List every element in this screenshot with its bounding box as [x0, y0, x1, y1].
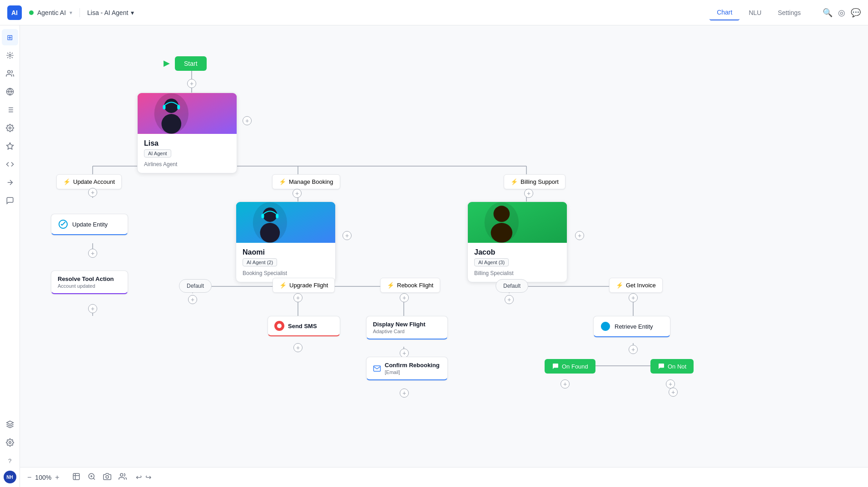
svg-point-59 — [493, 206, 510, 222]
plus-btn-manage-booking[interactable]: + — [293, 189, 302, 198]
default2-label[interactable]: Default — [496, 279, 528, 293]
flow-canvas[interactable]: ▶ Start + — [20, 25, 868, 487]
lightning-icon-rebook: ⚡ — [387, 282, 394, 289]
plus-btn-upgrade-flight[interactable]: + — [293, 293, 303, 302]
help-button[interactable]: ? — [2, 453, 18, 469]
zoom-out-button[interactable]: − — [27, 473, 31, 482]
topbar-divider — [79, 8, 80, 17]
default1-label[interactable]: Default — [179, 279, 212, 293]
sidebar-item-list[interactable] — [2, 102, 18, 118]
jacob-name: Jacob — [474, 248, 560, 256]
jacob-desc: Billing Specialist — [474, 270, 560, 276]
zoom-to-selection-button[interactable] — [88, 472, 96, 482]
upgrade-flight-node[interactable]: ⚡ Upgrade Flight — [273, 278, 335, 293]
plus-btn-update-account[interactable]: + — [88, 188, 97, 197]
voice-button[interactable] — [119, 472, 127, 482]
jacob-agent-card[interactable]: Jacob AI Agent (3) Billing Specialist — [467, 202, 567, 282]
confirm-rebooking-node[interactable]: Confirm Rebooking [Email] — [366, 357, 448, 380]
plus-btn-lisa-right[interactable]: + — [243, 116, 252, 125]
svg-point-0 — [9, 54, 11, 57]
billing-support-node[interactable]: ⚡ Billing Support — [504, 174, 565, 189]
plus-btn-display-new-flight[interactable]: + — [400, 349, 409, 358]
plus-btn-naomi-right[interactable]: + — [342, 231, 352, 240]
nav-chart[interactable]: Chart — [709, 5, 739, 20]
update-account-node[interactable]: ⚡ Update Account — [56, 174, 122, 189]
plus-btn-send-sms[interactable]: + — [293, 343, 303, 352]
sidebar-item-globe[interactable] — [2, 84, 18, 100]
update-entity-node[interactable]: Update Entity — [51, 214, 128, 235]
plus-btn-on-not[interactable]: + — [666, 379, 675, 389]
plus-btn-bottom-1[interactable]: + — [669, 388, 678, 397]
nav-nlu[interactable]: NLU — [741, 5, 769, 20]
bottom-tools — [72, 472, 127, 482]
svg-rect-50 — [177, 105, 180, 109]
lightning-icon-invoice: ⚡ — [616, 282, 623, 289]
svg-point-10 — [9, 127, 11, 129]
lightning-icon-upgrade: ⚡ — [279, 282, 287, 289]
sidebar-item-people[interactable] — [2, 65, 18, 82]
svg-point-47 — [164, 98, 179, 113]
search-icon[interactable]: 🔍 — [823, 8, 833, 18]
plus-btn-jacob-right[interactable]: + — [575, 231, 584, 240]
chat-bubble-icon[interactable]: 💬 — [851, 8, 861, 18]
svg-line-65 — [93, 478, 94, 479]
plus-btn-default1[interactable]: + — [188, 295, 197, 304]
on-found-node[interactable]: On Found — [545, 359, 595, 374]
redo-button[interactable]: ↪ — [145, 473, 151, 482]
plus-btn-resolve-tool-action[interactable]: + — [88, 304, 97, 313]
display-new-flight-label: Display New Flight — [373, 321, 441, 328]
sidebar-item-layers[interactable] — [2, 416, 18, 433]
sidebar-item-chat[interactable] — [2, 192, 18, 209]
default1-node[interactable]: Default — [179, 279, 212, 293]
svg-point-54 — [260, 223, 280, 243]
plus-btn-on-found[interactable]: + — [560, 379, 570, 389]
default2-node[interactable]: Default — [496, 279, 528, 293]
sidebar-item-settings[interactable] — [2, 120, 18, 136]
sidebar-bottom: ? NH — [2, 416, 18, 483]
plus-btn-default2[interactable]: + — [505, 295, 514, 304]
lightning-icon-manage: ⚡ — [279, 178, 286, 185]
zoom-controls: − 100% + — [27, 473, 60, 482]
rebook-flight-node[interactable]: ⚡ Rebook Flight — [380, 278, 440, 293]
agent-selector[interactable]: Lisa - AI Agent ▾ — [87, 9, 134, 16]
plus-btn-update-entity[interactable]: + — [88, 249, 97, 258]
plus-btn-start[interactable]: + — [187, 79, 196, 88]
brand-selector[interactable]: Agentic AI ▾ — [29, 9, 72, 16]
retrieve-entity-node[interactable]: Retrieve Entity — [593, 316, 670, 337]
send-sms-node[interactable]: Send SMS — [268, 316, 340, 336]
user-avatar[interactable]: NH — [4, 471, 16, 483]
sidebar-item-export[interactable] — [2, 174, 18, 191]
sidebar-item-code[interactable] — [2, 156, 18, 172]
toggle-icon[interactable]: ◎ — [838, 8, 845, 18]
topbar-nav: Chart NLU Settings — [709, 5, 808, 20]
plus-btn-billing-support[interactable]: + — [524, 189, 533, 198]
sidebar-item-grid[interactable]: ⊞ — [2, 29, 18, 45]
nav-settings[interactable]: Settings — [770, 5, 808, 20]
sidebar-item-flow[interactable] — [2, 47, 18, 64]
app-logo: AI — [7, 5, 22, 20]
screenshot-button[interactable] — [103, 472, 111, 482]
fit-view-button[interactable] — [72, 472, 80, 482]
brand-chevron-icon: ▾ — [69, 10, 72, 16]
topbar-actions: 🔍 ◎ 💬 — [823, 8, 861, 18]
on-not-node[interactable]: On Not — [650, 359, 694, 374]
resolve-tool-action-node[interactable]: Resolve Tool Action Account updated — [51, 271, 128, 294]
start-button[interactable]: Start — [175, 56, 207, 71]
zoom-in-button[interactable]: + — [55, 473, 59, 482]
sidebar-item-pin[interactable] — [2, 138, 18, 154]
sidebar-item-config[interactable] — [2, 434, 18, 451]
plus-btn-rebook-flight[interactable]: + — [400, 293, 409, 302]
manage-booking-node[interactable]: ⚡ Manage Booking — [272, 174, 340, 189]
plus-btn-retrieve-entity[interactable]: + — [629, 345, 638, 354]
resolve-tool-action-sub: Account updated — [58, 283, 121, 289]
flow-diagram: ▶ Start + — [20, 25, 868, 487]
undo-button[interactable]: ↩ — [136, 473, 142, 482]
get-invoice-node[interactable]: ⚡ Get Invoice — [609, 278, 663, 293]
plus-btn-get-invoice[interactable]: + — [629, 293, 638, 302]
plus-btn-confirm-rebooking[interactable]: + — [400, 389, 409, 398]
zoom-level: 100% — [35, 474, 51, 481]
naomi-agent-card[interactable]: Naomi AI Agent (2) Booking Specialist — [236, 202, 336, 282]
display-new-flight-node[interactable]: Display New Flight Adaptive Card — [366, 316, 448, 339]
lisa-agent-card[interactable]: Lisa AI Agent Airlines Agent — [137, 93, 237, 173]
send-sms-label: Send SMS — [288, 323, 317, 330]
